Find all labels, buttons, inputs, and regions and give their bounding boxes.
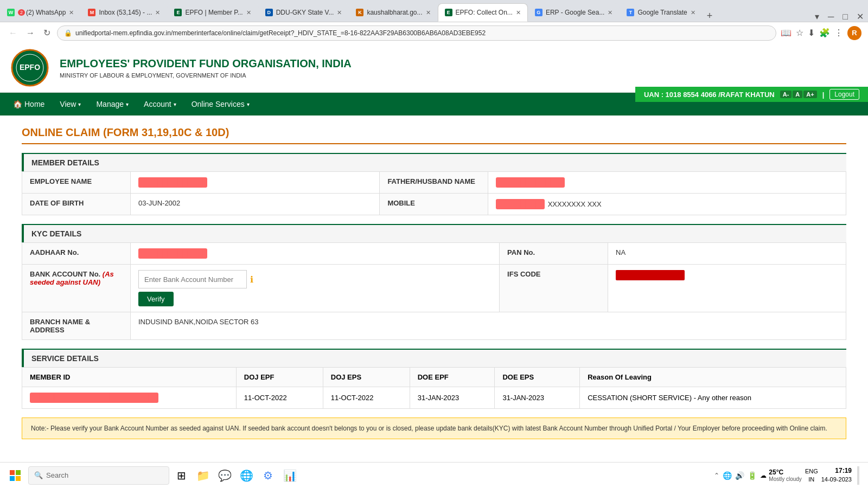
nav-home[interactable]: 🏠 Home (5, 93, 52, 115)
maximize-button[interactable]: □ (838, 12, 852, 22)
weather-widget: ☁ 25°C Mostly cloudy (760, 468, 802, 482)
taskbar-file-explorer[interactable]: 📁 (193, 466, 213, 485)
url-bar[interactable]: 🔒 unifiedportal-mem.epfindia.gov.in/memb… (57, 25, 776, 41)
text-size-small[interactable]: A- (780, 91, 792, 98)
tab-gmail[interactable]: M Inbox (53,145) - ... ✕ (81, 3, 167, 22)
tab-epfo-collect[interactable]: E EPFO: Collect On... ✕ (438, 3, 528, 22)
home-icon: 🏠 (13, 100, 22, 108)
tab-ddu-close[interactable]: ✕ (334, 9, 342, 16)
nav-account-arrow: ▾ (174, 101, 176, 107)
aadhaar-value: ████████████ (131, 243, 500, 265)
tab-kaushal-favicon: K (356, 9, 363, 16)
screen-reader-icon[interactable]: 📖 (781, 28, 792, 38)
uan-info-text: UAN : 1018 8554 4066 /RAFAT KHATUN (644, 91, 775, 99)
tab-translate-favicon: T (627, 9, 634, 16)
site-logo: EPFO (11, 49, 49, 87)
svg-rect-6 (16, 476, 21, 481)
member-details-table: EMPLOYEE NAME ████████████ FATHER/HUSBAN… (22, 171, 846, 215)
nav-manage[interactable]: Manage ▾ (88, 93, 136, 115)
page-content: ONLINE CLAIM (FORM 31,19,10C & 10D) MEMB… (0, 115, 868, 450)
back-button[interactable]: ← (7, 27, 20, 39)
taskbar-teams[interactable]: 💬 (215, 466, 234, 485)
taskbar-search[interactable]: 🔍 Search (28, 466, 169, 485)
bank-account-label-text: BANK ACCOUNT No. (As seeded against UAN) (30, 270, 114, 286)
kyc-details-table: AADHAAR No. ████████████ PAN No. NA BANK… (22, 242, 846, 340)
main-container: UAN : 1018 8554 4066 /RAFAT KHATUN A- A … (0, 43, 868, 466)
nav-view[interactable]: View ▾ (52, 93, 88, 115)
taskbar-task-view[interactable]: ⊞ (171, 466, 191, 485)
service-details-header: SERVICE DETAILS (22, 349, 846, 367)
service-details-table: MEMBER ID DOJ EPF DOJ EPS DOE EPF DOE EP… (22, 367, 846, 409)
tab-epfo1-favicon: E (174, 9, 182, 16)
site-header: EPFO EMPLOYEES' PROVIDENT FUND ORGANISAT… (0, 43, 868, 93)
ifs-code-label: IFS CODE (500, 265, 608, 312)
member-id-value: ████████████████████████ (22, 387, 237, 409)
tray-clock[interactable]: 17:19 14-09-2023 (821, 466, 852, 484)
tray-battery-icon[interactable]: 🔋 (748, 471, 757, 480)
omnibar: ← → ↻ 🔒 unifiedportal-mem.epfindia.gov.i… (0, 22, 868, 43)
tray-volume-icon[interactable]: 🔊 (735, 471, 744, 480)
omnibar-icons: 📖 ☆ ⬇ 🧩 ⋮ R (781, 26, 861, 40)
taskbar-excel[interactable]: 📊 (280, 466, 299, 485)
svg-rect-3 (10, 470, 15, 475)
minimize-button[interactable]: ─ (824, 12, 838, 22)
member-details-header: MEMBER DETAILS (22, 153, 846, 171)
text-size-medium[interactable]: A (793, 91, 802, 98)
tab-erp[interactable]: G ERP - Google Sea... ✕ (528, 3, 620, 22)
tab-translate-close[interactable]: ✕ (687, 9, 695, 16)
extensions-icon[interactable]: 🧩 (819, 28, 830, 38)
forward-button[interactable]: → (24, 27, 37, 39)
bookmark-icon[interactable]: ☆ (796, 28, 803, 38)
nav-manage-arrow: ▾ (126, 101, 129, 107)
tab-translate[interactable]: T Google Translate ✕ (620, 3, 702, 22)
member-id-col: MEMBER ID (22, 368, 237, 387)
new-tab-button[interactable]: + (703, 10, 717, 22)
tab-epfo-collect-close[interactable]: ✕ (513, 9, 521, 16)
start-button[interactable] (4, 465, 26, 486)
logout-button[interactable]: Logout (829, 89, 859, 100)
settings-icon[interactable]: ⋮ (834, 28, 843, 38)
tab-whatsapp[interactable]: W 2 (2) WhatsApp ✕ (0, 3, 81, 22)
tab-epfo1[interactable]: E EPFO | Member P... ✕ (167, 3, 258, 22)
table-row: ████████████████████████ 11-OCT-2022 11-… (22, 387, 846, 409)
nav-account[interactable]: Account ▾ (136, 93, 184, 115)
download-icon[interactable]: ⬇ (808, 28, 815, 38)
father-name-label: FATHER/HUSBAND NAME (380, 172, 488, 194)
search-placeholder: Search (46, 471, 68, 479)
tray-network-icon[interactable]: 🌐 (723, 471, 732, 480)
tab-whatsapp-close[interactable]: ✕ (66, 9, 74, 16)
mobile-redacted: ████████ (496, 199, 545, 209)
reload-button[interactable]: ↻ (41, 27, 53, 39)
tray-language[interactable]: ENGIN (805, 467, 818, 483)
page-title: ONLINE CLAIM (FORM 31,19,10C & 10D) (22, 126, 846, 144)
profile-avatar[interactable]: R (847, 26, 861, 40)
tab-kaushal[interactable]: K kaushalbharat.go... ✕ (349, 3, 437, 22)
taskbar-chrome[interactable]: ⚙ (258, 466, 278, 485)
tray-chevron[interactable]: ⌃ (714, 472, 719, 479)
taskbar-edge[interactable]: 🌐 (237, 466, 256, 485)
verify-button[interactable]: Verify (138, 292, 174, 306)
note-text: Note:- Please verify your Bank Account N… (31, 425, 827, 432)
tab-translate-label: Google Translate (637, 9, 687, 16)
close-window-button[interactable]: ✕ (852, 11, 868, 22)
text-size-large[interactable]: A+ (803, 91, 816, 98)
show-desktop-button[interactable] (857, 466, 859, 485)
tab-ddu[interactable]: D DDU-GKY State V... ✕ (258, 3, 349, 22)
nav-online-services-arrow: ▾ (247, 101, 250, 107)
nav-online-services[interactable]: Online Services ▾ (184, 93, 257, 115)
tab-list-button[interactable]: ▾ (810, 11, 824, 22)
clock-time: 17:19 (821, 466, 852, 476)
tab-gmail-close[interactable]: ✕ (152, 9, 160, 16)
employee-name-value: ████████████ (131, 172, 380, 194)
tab-epfo1-close[interactable]: ✕ (243, 9, 251, 16)
tab-erp-close[interactable]: ✕ (604, 9, 612, 16)
doe-eps-col: DOE EPS (495, 368, 580, 387)
site-title-block: EMPLOYEES' PROVIDENT FUND ORGANISATION, … (60, 57, 352, 79)
tab-kaushal-close[interactable]: ✕ (423, 9, 431, 16)
browser-chrome: W 2 (2) WhatsApp ✕ M Inbox (53,145) - ..… (0, 0, 868, 43)
mobile-xxx: XXXXXXXX XXX (548, 200, 602, 208)
doj-epf-col: DOJ EPF (236, 368, 323, 387)
mobile-value: ████████ XXXXXXXX XXX (488, 194, 846, 215)
bank-account-input[interactable] (138, 270, 247, 288)
reason-value: CESSATION (SHORT SERVICE) - Any other re… (580, 387, 846, 409)
